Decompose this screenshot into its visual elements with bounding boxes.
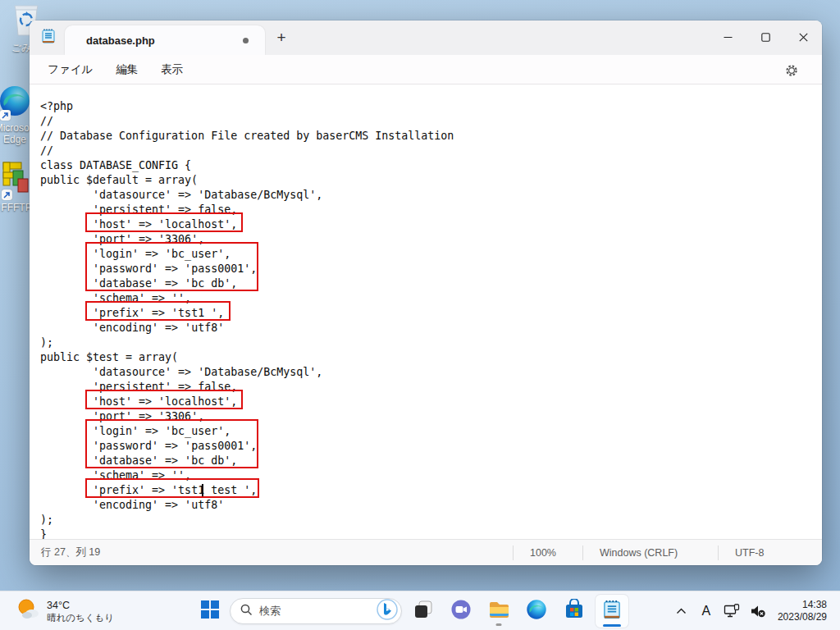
ime-mode-indicator[interactable]: A — [696, 596, 717, 626]
minimize-button[interactable] — [709, 21, 746, 53]
menu-view[interactable]: 表示 — [149, 58, 194, 81]
tray-overflow-chevron[interactable] — [671, 596, 692, 626]
taskbar-search-input[interactable]: 検索 — [230, 598, 402, 624]
edge-icon — [0, 84, 31, 121]
chat-icon — [450, 599, 472, 623]
maximize-button[interactable] — [746, 21, 784, 53]
shortcut-arrow-badge — [0, 110, 11, 121]
volume-muted-icon[interactable] — [746, 596, 769, 626]
weather-icon — [15, 596, 41, 626]
settings-gear-icon[interactable] — [779, 60, 804, 81]
shortcut-arrow-badge — [2, 189, 12, 200]
system-tray: A 14:38 2023/08/29 — [671, 591, 832, 630]
ime-mode-label: A — [702, 604, 711, 619]
line-ending-status: Windows (CRLF) — [582, 546, 718, 560]
task-view-icon — [413, 600, 433, 623]
menu-file[interactable]: ファイル — [36, 58, 104, 81]
menu-bar: ファイル 編集 表示 — [30, 55, 822, 84]
active-window-indicator — [603, 624, 621, 627]
search-icon — [240, 604, 253, 619]
clock-date: 2023/08/29 — [778, 611, 827, 623]
search-placeholder: 検索 — [259, 604, 370, 619]
text-editor-area[interactable]: <?php // // Database Configuration File … — [30, 84, 822, 539]
status-bar: 行 27、列 19 100% Windows (CRLF) UTF-8 — [30, 539, 822, 565]
text-caret — [202, 484, 203, 497]
bing-icon[interactable] — [377, 599, 398, 623]
clock-time: 14:38 — [778, 599, 827, 611]
network-icon[interactable] — [720, 596, 743, 626]
taskbar-center: 検索 — [195, 591, 628, 630]
zoom-level-status: 100% — [513, 546, 582, 560]
menu-edit[interactable]: 編集 — [104, 58, 149, 81]
desktop: ごみ箱 Microsoft Edge — [0, 0, 840, 630]
task-view-button[interactable] — [407, 595, 440, 628]
code-content: <?php // // Database Configuration File … — [30, 84, 454, 539]
edge-button[interactable] — [520, 595, 553, 628]
microsoft-store-icon — [564, 599, 585, 623]
microsoft-store-button[interactable] — [558, 595, 591, 628]
start-button[interactable] — [195, 595, 225, 628]
encoding-status: UTF-8 — [718, 546, 822, 560]
file-explorer-icon — [488, 599, 510, 624]
notepad-taskbar-button[interactable] — [596, 595, 628, 628]
tab-database-php[interactable]: database.php — [65, 25, 265, 55]
unsaved-changes-dot — [243, 38, 249, 43]
notepad-window: database.php + ファイル 編集 表示 — [30, 21, 822, 565]
weather-widget[interactable]: 34°C 晴れのちくもり — [7, 591, 122, 630]
running-indicator — [496, 623, 502, 626]
tab-title: database.php — [86, 34, 243, 47]
file-explorer-button[interactable] — [482, 595, 515, 628]
weather-condition: 晴れのちくもり — [47, 612, 114, 623]
ffftp-icon — [0, 161, 33, 200]
taskbar: 34°C 晴れのちくもり 検索 — [0, 591, 840, 630]
new-tab-button[interactable]: + — [270, 26, 293, 49]
tab-bar: database.php + — [30, 21, 822, 55]
window-controls — [709, 21, 822, 53]
notepad-icon — [601, 599, 623, 623]
close-button[interactable] — [784, 21, 822, 53]
clock[interactable]: 14:38 2023/08/29 — [773, 599, 832, 623]
edge-icon — [526, 599, 547, 623]
windows-logo-icon — [201, 600, 219, 622]
cursor-position-status: 行 27、列 19 — [30, 546, 513, 559]
notepad-app-icon — [40, 28, 57, 48]
weather-temperature: 34°C — [47, 600, 114, 612]
chat-button[interactable] — [445, 595, 477, 628]
